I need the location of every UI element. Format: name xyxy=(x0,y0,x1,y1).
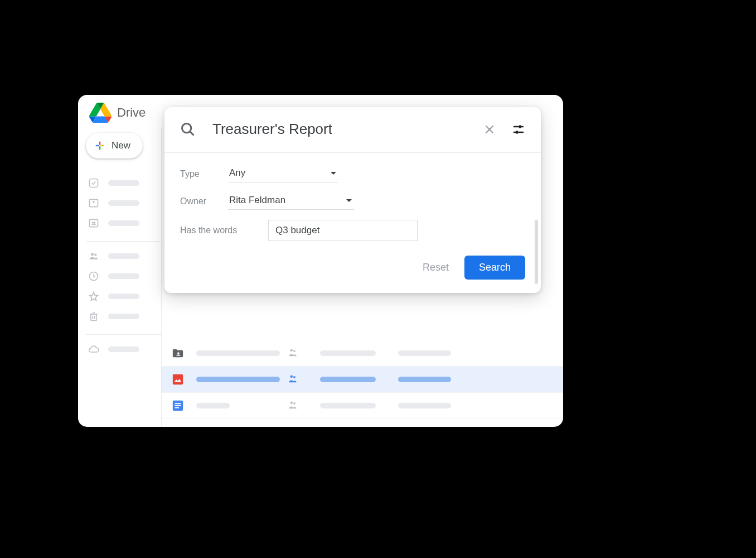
file-name-placeholder xyxy=(196,350,280,356)
sidebar-item-storage[interactable] xyxy=(86,339,161,359)
sidebar-placeholder xyxy=(108,314,139,319)
svg-rect-15 xyxy=(519,125,521,128)
placeholder xyxy=(398,403,451,408)
svg-rect-11 xyxy=(175,403,181,404)
tune-icon xyxy=(512,123,525,136)
sidebar-item-starred[interactable] xyxy=(86,286,161,306)
search-options-button[interactable] xyxy=(512,123,525,136)
words-label: Has the words xyxy=(180,225,268,235)
sidebar-item-mydrive[interactable] xyxy=(86,193,161,213)
placeholder xyxy=(320,350,376,356)
svg-rect-12 xyxy=(175,405,181,406)
placeholder xyxy=(398,350,451,356)
type-dropdown[interactable]: Any xyxy=(228,165,338,182)
svg-point-14 xyxy=(182,123,191,132)
search-panel: Treasurer's Report Type Any xyxy=(164,107,541,293)
svg-point-4 xyxy=(94,222,95,224)
svg-point-6 xyxy=(94,253,96,256)
people-icon xyxy=(88,251,99,262)
check-square-icon xyxy=(88,177,99,189)
owner-label: Owner xyxy=(180,196,228,206)
reset-button[interactable]: Reset xyxy=(423,262,449,273)
sidebar-item-recent[interactable] xyxy=(86,266,161,286)
search-button[interactable]: Search xyxy=(464,256,525,280)
sidebar-placeholder xyxy=(108,253,139,259)
cloud-icon xyxy=(88,344,99,355)
file-name-placeholder xyxy=(196,403,230,408)
file-row[interactable] xyxy=(162,340,563,367)
shared-icon xyxy=(288,374,298,384)
star-icon xyxy=(88,291,99,302)
docs-file-icon xyxy=(172,400,184,412)
sidebar-placeholder xyxy=(108,180,139,186)
search-icon xyxy=(180,122,196,137)
sidebar-placeholder xyxy=(108,220,139,226)
sidebar-placeholder xyxy=(108,347,139,352)
sidebar-item-shared-drives[interactable] xyxy=(86,213,161,233)
drive-window: Drive New xyxy=(78,95,563,427)
owner-value: Rita Feldman xyxy=(229,195,285,206)
sidebar-item-shared[interactable] xyxy=(86,246,161,266)
new-button-label: New xyxy=(112,140,130,151)
words-value: Q3 budget xyxy=(275,225,319,235)
drive-small-icon xyxy=(88,198,99,209)
type-label: Type xyxy=(180,169,228,179)
search-header: Treasurer's Report xyxy=(164,107,541,152)
placeholder xyxy=(320,403,376,408)
folder-shared-icon xyxy=(172,347,184,359)
svg-rect-16 xyxy=(516,131,518,133)
svg-rect-13 xyxy=(175,407,179,408)
file-row[interactable] xyxy=(162,393,563,419)
svg-point-3 xyxy=(92,222,94,224)
clock-icon xyxy=(88,271,99,282)
svg-rect-2 xyxy=(90,219,98,227)
shared-icon xyxy=(288,348,298,358)
sidebar: New xyxy=(78,128,162,427)
has-words-input[interactable]: Q3 budget xyxy=(268,220,418,241)
scroll-indicator[interactable] xyxy=(535,220,538,284)
app-title: Drive xyxy=(117,105,146,120)
sidebar-item-trash[interactable] xyxy=(86,306,161,326)
svg-rect-9 xyxy=(173,374,183,384)
placeholder xyxy=(398,377,451,382)
search-filters: Type Any Owner Rita Feldman Has the word… xyxy=(164,152,541,250)
search-query-text[interactable]: Treasurer's Report xyxy=(212,121,466,138)
drive-logo-icon xyxy=(89,103,112,123)
sidebar-placeholder xyxy=(108,273,139,279)
placeholder xyxy=(320,377,376,382)
chevron-down-icon xyxy=(331,172,336,175)
shared-icon xyxy=(288,401,298,411)
owner-dropdown[interactable]: Rita Feldman xyxy=(228,193,354,210)
trash-icon xyxy=(88,311,99,322)
sidebar-placeholder xyxy=(108,200,139,206)
image-file-icon xyxy=(172,373,184,386)
sidebar-placeholder xyxy=(108,294,139,299)
plus-icon xyxy=(94,140,106,152)
file-name-placeholder xyxy=(196,377,280,382)
panel-footer: Reset Search xyxy=(164,250,541,293)
svg-rect-0 xyxy=(90,179,98,187)
clear-search-button[interactable] xyxy=(483,123,496,136)
close-icon xyxy=(483,123,496,136)
sidebar-item-priority[interactable] xyxy=(86,173,161,193)
chevron-down-icon xyxy=(346,199,352,202)
type-value: Any xyxy=(229,167,245,179)
new-button[interactable]: New xyxy=(86,133,143,158)
svg-point-5 xyxy=(91,253,94,256)
file-row-selected[interactable] xyxy=(162,367,563,393)
svg-point-8 xyxy=(177,352,180,354)
shared-drives-icon xyxy=(88,218,99,229)
